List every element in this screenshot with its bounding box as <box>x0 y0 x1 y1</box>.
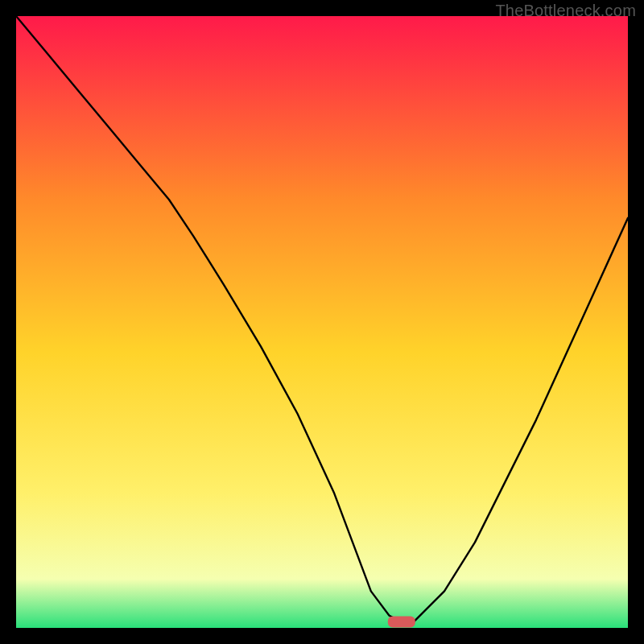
chart-svg <box>16 16 628 628</box>
gradient-background <box>16 16 628 628</box>
chart-frame: TheBottleneck.com <box>0 0 644 644</box>
watermark-text: TheBottleneck.com <box>495 2 636 20</box>
plot-area <box>16 16 628 628</box>
optimal-marker <box>388 616 415 627</box>
